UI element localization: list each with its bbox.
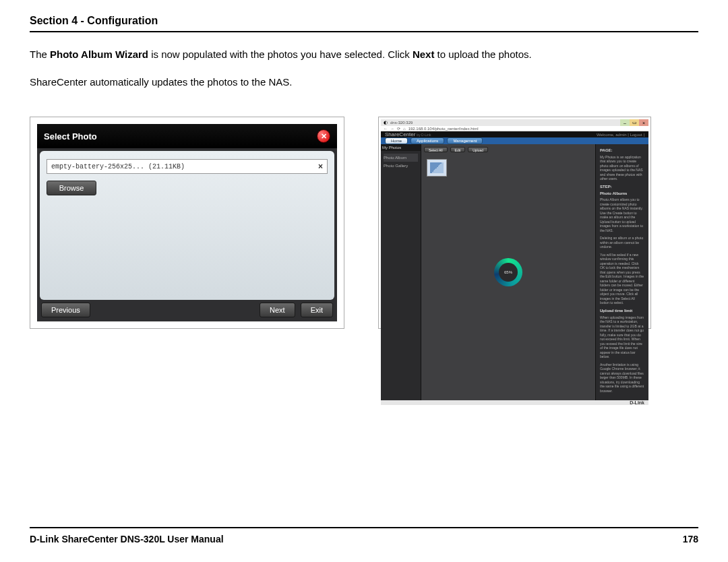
forward-icon[interactable]: → [390,127,394,131]
help-text: Another limitation is using Google Chrom… [600,363,644,394]
tool-upload[interactable]: Upload [468,147,488,152]
sharecenter-main: My Photos Photo Album Photo Gallery Sele… [381,144,648,400]
bold-next: Next [413,49,435,60]
exit-button[interactable]: Exit [301,303,333,317]
nav-home[interactable]: Home [385,137,408,144]
content-toolbar: Select All Edit Upload [421,144,595,155]
tool-select-all[interactable]: Select All [424,147,448,152]
footer-page-number: 178 [683,534,698,544]
address-bar: ← → ⟳ ⌂ 192.168.0.104/photo_center/index… [381,126,648,131]
sidebar-title: My Photos [381,144,421,151]
content-area: Select All Edit Upload 65% [421,144,596,400]
help-text: Deleting an album or a photo within an a… [600,236,644,249]
nav-applications[interactable]: Applications [411,137,444,144]
window-controls: – ▭ × [620,119,648,126]
back-icon[interactable]: ← [384,127,388,131]
maximize-button[interactable]: ▭ [630,119,639,126]
text: The [30,49,50,60]
close-icon: ✕ [321,132,327,141]
browser-tab[interactable]: dns-320:329 [390,121,413,125]
globe-icon: ◐ [384,120,388,125]
help-text: Photo Album allows you to create customi… [600,197,644,232]
window-close-button[interactable]: × [639,119,648,126]
minimize-button[interactable]: – [620,119,630,126]
url-text[interactable]: 192.168.0.104/photo_center/index.html [408,127,479,131]
help-text: When uploading images from the NAS to a … [600,315,644,359]
progress-spinner: 65% [494,258,522,286]
browse-button[interactable]: Browse [47,181,96,195]
figures-row: Select Photo ✕ empty-battery-256x25... (… [30,117,698,329]
figure-select-photo: Select Photo ✕ empty-battery-256x25... (… [30,117,344,329]
dialog-title: Select Photo [44,131,97,142]
dialog-footer: Previous Next Exit [37,303,337,321]
help-heading: Photo Albums [600,191,644,197]
sidebar-item-photo-album[interactable]: Photo Album [384,154,418,162]
close-button[interactable]: ✕ [317,129,330,143]
sidebar: My Photos Photo Album Photo Gallery [381,144,421,400]
dialog-titlebar: Select Photo ✕ [37,124,337,148]
previous-button[interactable]: Previous [41,303,90,317]
tool-edit[interactable]: Edit [450,147,466,152]
brand-name: ShareCenter [385,131,415,137]
help-panel: PAGE: My Photos is an application that a… [596,144,648,400]
page-footer: D-Link ShareCenter DNS-320L User Manual … [30,527,698,544]
help-heading: PAGE: [600,148,644,154]
help-text: My Photos is an application that allows … [600,155,644,181]
file-name: empty-battery-256x25... (21.11KB) [51,163,185,170]
intro-paragraph-2: ShareCenter automatically updates the ph… [30,75,698,90]
next-button[interactable]: Next [260,303,295,317]
footer-manual-title: D-Link ShareCenter DNS-320L User Manual [30,534,224,544]
help-heading: STEP: [600,185,644,190]
reload-icon[interactable]: ⟳ [397,126,400,131]
footer-brand: D-Link [630,400,644,405]
select-photo-dialog: Select Photo ✕ empty-battery-256x25... (… [37,124,337,321]
browser-tab-strip: ◐ dns-320:329 – ▭ × [381,119,648,126]
intro-paragraph-1: The Photo Album Wizard is now populated … [30,47,698,63]
dialog-body: empty-battery-256x25... (21.11KB) × Brow… [40,151,334,300]
text: is now populated with the photos you hav… [148,49,413,60]
file-remove-button[interactable]: × [318,162,323,171]
browser-window: ◐ dns-320:329 – ▭ × ← → ⟳ ⌂ 192.168.0.10… [381,119,648,325]
photo-thumbnail[interactable] [427,159,447,177]
nav-management[interactable]: Management [447,137,483,144]
progress-percent: 65% [499,263,518,282]
home-icon[interactable]: ⌂ [403,127,406,131]
brand-sub: by D-Link [417,133,431,137]
welcome-text: Welcome, admin | Logout | [597,133,644,137]
help-heading: Upload time limit [600,309,644,314]
sharecenter-navbar: Home Applications Management [381,137,648,144]
selected-file-row: empty-battery-256x25... (21.11KB) × [47,159,328,174]
sidebar-item-photo-gallery[interactable]: Photo Gallery [384,162,418,170]
text: to upload the photos. [434,49,531,60]
help-text: You will be asked if a new window confir… [600,253,644,305]
sharecenter-header: ShareCenter by D-Link Welcome, admin | L… [381,131,648,137]
browser-footer: D-Link [381,400,648,405]
section-header: Section 4 - Configuration [30,15,698,32]
figure-sharecenter: ◐ dns-320:329 – ▭ × ← → ⟳ ⌂ 192.168.0.10… [378,117,651,329]
bold-wizard: Photo Album Wizard [50,49,148,60]
